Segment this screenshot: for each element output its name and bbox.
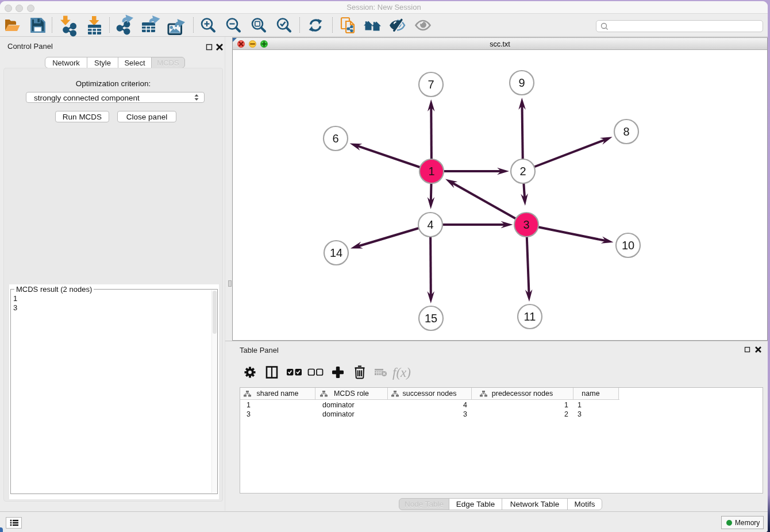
svg-text:15: 15: [425, 312, 437, 325]
svg-text:6: 6: [332, 132, 338, 145]
svg-text:1: 1: [428, 165, 434, 178]
svg-text:10: 10: [622, 239, 634, 252]
svg-text:f(x): f(x): [392, 365, 411, 380]
svg-text:8: 8: [623, 125, 629, 138]
svg-text:14: 14: [330, 246, 342, 259]
svg-text:3: 3: [523, 218, 529, 231]
svg-text:7: 7: [428, 78, 434, 91]
svg-text:11: 11: [524, 310, 536, 323]
svg-text:2: 2: [519, 165, 526, 178]
svg-text:4: 4: [427, 218, 433, 231]
svg-text:9: 9: [518, 76, 525, 89]
